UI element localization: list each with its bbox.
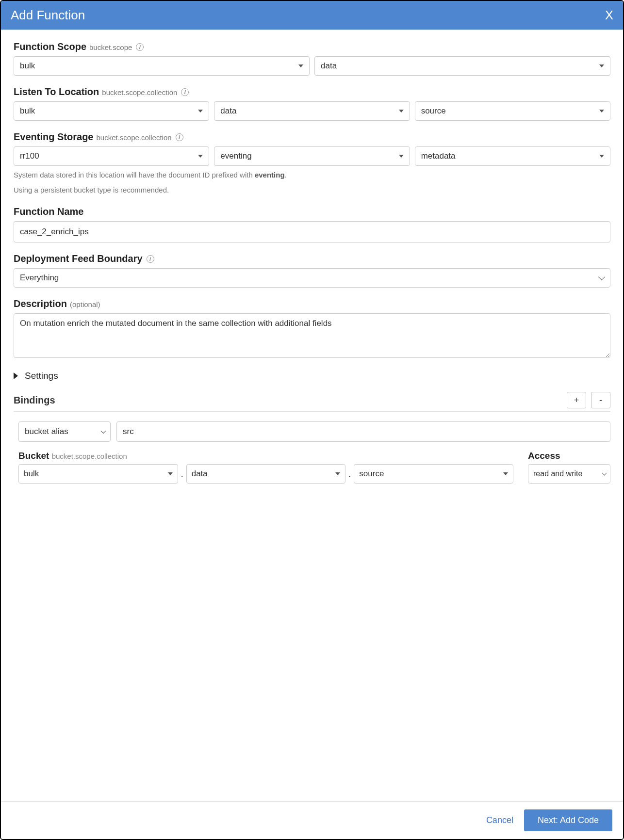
- settings-toggle[interactable]: Settings: [14, 371, 610, 381]
- binding-bucket-value: bulk: [24, 469, 39, 479]
- eventing-helper-1: System data stored in this location will…: [14, 170, 610, 181]
- binding-access-select[interactable]: read and write: [528, 464, 610, 484]
- chevron-down-icon: [599, 155, 604, 158]
- listen-collection-select[interactable]: source: [415, 101, 610, 121]
- chevron-down-icon: [335, 472, 340, 475]
- function-scope-scope-select[interactable]: data: [314, 56, 610, 76]
- binding-scope-value: data: [192, 469, 208, 479]
- listen-location-sub: bucket.scope.collection: [102, 88, 177, 97]
- chevron-down-icon: [100, 428, 106, 434]
- eventing-bucket-select[interactable]: rr100: [14, 146, 209, 166]
- chevron-down-icon: [598, 274, 605, 280]
- info-icon[interactable]: i: [147, 255, 154, 263]
- binding-row-2: Bucket bucket.scope.collection bulk . da…: [14, 451, 610, 484]
- eventing-storage-sub: bucket.scope.collection: [96, 133, 171, 142]
- info-icon[interactable]: i: [136, 43, 144, 51]
- binding-bucket-label: Bucket bucket.scope.collection: [18, 451, 513, 461]
- description-block: Description (optional) On mutation enric…: [14, 298, 610, 360]
- eventing-helper-suffix: .: [285, 171, 287, 179]
- function-scope-bucket-select[interactable]: bulk: [14, 56, 310, 76]
- eventing-helper-bold: eventing: [255, 171, 285, 179]
- chevron-down-icon: [168, 472, 173, 475]
- next-add-code-button[interactable]: Next: Add Code: [524, 809, 612, 831]
- eventing-scope-value: eventing: [220, 151, 251, 161]
- add-binding-button[interactable]: +: [567, 392, 586, 408]
- binding-bucket-select[interactable]: bulk: [18, 464, 178, 484]
- listen-location-block: Listen To Location bucket.scope.collecti…: [14, 86, 610, 121]
- function-scope-scope-value: data: [321, 61, 337, 71]
- binding-type-select[interactable]: bucket alias: [18, 421, 111, 442]
- eventing-helper-prefix: System data stored in this location will…: [14, 171, 255, 179]
- binding-scope-select[interactable]: data: [186, 464, 346, 484]
- chevron-down-icon: [399, 110, 404, 113]
- binding-row-1: bucket alias: [14, 421, 610, 442]
- cancel-button[interactable]: Cancel: [486, 815, 513, 825]
- separator-dot: .: [180, 469, 184, 479]
- chevron-down-icon: [298, 65, 303, 67]
- function-name-input[interactable]: [14, 221, 610, 242]
- eventing-scope-select[interactable]: eventing: [214, 146, 410, 166]
- function-scope-label: Function Scope bucket.scope i: [14, 41, 610, 52]
- chevron-down-icon: [602, 471, 607, 476]
- binding-access-value: read and write: [533, 469, 582, 478]
- dialog-footer: Cancel Next: Add Code: [1, 801, 623, 839]
- feed-boundary-label-text: Deployment Feed Boundary: [14, 253, 143, 264]
- remove-binding-button[interactable]: -: [591, 392, 610, 408]
- eventing-storage-label-text: Eventing Storage: [14, 131, 93, 143]
- description-textarea[interactable]: On mutation enrich the mutated document …: [14, 313, 610, 358]
- bindings-header: Bindings + -: [14, 392, 610, 412]
- description-label-text: Description: [14, 298, 67, 309]
- chevron-down-icon: [599, 65, 604, 67]
- eventing-storage-block: Eventing Storage bucket.scope.collection…: [14, 131, 610, 195]
- listen-location-label-text: Listen To Location: [14, 86, 99, 97]
- titlebar: Add Function X: [1, 1, 623, 30]
- chevron-down-icon: [198, 110, 203, 113]
- listen-scope-select[interactable]: data: [214, 101, 410, 121]
- function-name-label: Function Name: [14, 206, 610, 217]
- function-name-label-text: Function Name: [14, 206, 83, 217]
- description-optional: (optional): [70, 300, 100, 308]
- binding-collection-value: source: [359, 469, 384, 479]
- chevron-down-icon: [503, 472, 508, 475]
- binding-access-col: Access read and write: [528, 451, 610, 484]
- settings-label: Settings: [25, 371, 58, 381]
- feed-boundary-block: Deployment Feed Boundary i Everything: [14, 253, 610, 288]
- chevron-down-icon: [599, 110, 604, 113]
- separator-dot: .: [347, 469, 352, 479]
- info-icon[interactable]: i: [181, 88, 189, 96]
- function-scope-sub: bucket.scope: [89, 43, 132, 51]
- info-icon[interactable]: i: [176, 133, 183, 141]
- binding-collection-select[interactable]: source: [354, 464, 513, 484]
- listen-collection-value: source: [421, 106, 446, 116]
- feed-boundary-value: Everything: [20, 273, 59, 283]
- function-scope-label-text: Function Scope: [14, 41, 86, 52]
- binding-bucket-label-text: Bucket: [18, 451, 49, 461]
- chevron-down-icon: [198, 155, 203, 158]
- description-label: Description (optional): [14, 298, 610, 309]
- dialog-content: Function Scope bucket.scope i bulk data …: [1, 30, 623, 801]
- triangle-right-icon: [14, 372, 18, 379]
- listen-location-label: Listen To Location bucket.scope.collecti…: [14, 86, 610, 97]
- binding-alias-input[interactable]: [116, 421, 610, 442]
- listen-scope-value: data: [220, 106, 236, 116]
- close-icon[interactable]: X: [605, 8, 613, 23]
- bindings-label: Bindings: [14, 395, 55, 406]
- binding-bucket-col: Bucket bucket.scope.collection bulk . da…: [18, 451, 513, 484]
- feed-boundary-select[interactable]: Everything: [14, 268, 610, 288]
- feed-boundary-label: Deployment Feed Boundary i: [14, 253, 610, 264]
- eventing-collection-select[interactable]: metadata: [415, 146, 610, 166]
- function-name-block: Function Name: [14, 206, 610, 242]
- add-function-dialog: Add Function X Function Scope bucket.sco…: [0, 0, 624, 840]
- binding-type-value: bucket alias: [25, 427, 68, 436]
- dialog-title: Add Function: [11, 8, 85, 23]
- eventing-collection-value: metadata: [421, 151, 456, 161]
- eventing-bucket-value: rr100: [20, 151, 39, 161]
- binding-access-label: Access: [528, 451, 610, 461]
- function-scope-bucket-value: bulk: [20, 61, 35, 71]
- function-scope-block: Function Scope bucket.scope i bulk data: [14, 41, 610, 76]
- eventing-storage-label: Eventing Storage bucket.scope.collection…: [14, 131, 610, 143]
- listen-bucket-value: bulk: [20, 106, 35, 116]
- binding-bucket-sub: bucket.scope.collection: [52, 452, 127, 460]
- listen-bucket-select[interactable]: bulk: [14, 101, 209, 121]
- chevron-down-icon: [399, 155, 404, 158]
